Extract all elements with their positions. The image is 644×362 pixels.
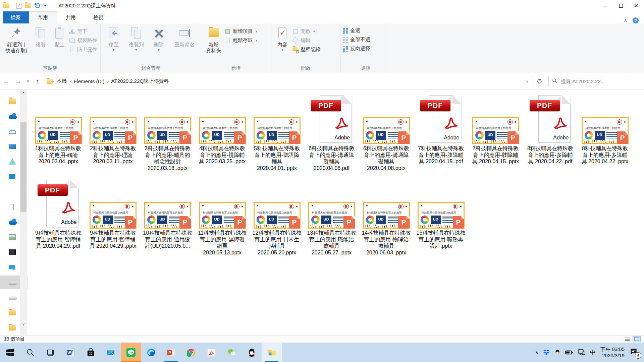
battery-tray-icon[interactable] [565, 350, 573, 355]
select-all-button[interactable]: 全選 [343, 27, 370, 34]
ime-language-indicator[interactable]: 中 [590, 349, 596, 356]
action-center-icon[interactable]: 4 [629, 347, 639, 357]
new-folder-button[interactable]: 新增 資料夾 [203, 25, 224, 62]
minimize-button[interactable]: ─ [598, 0, 613, 11]
properties-button[interactable]: 內容▼ [273, 25, 292, 62]
file-item[interactable]: 科技輔具在特殊教育上的應用 UD P Adobe PDF 6科技輔具在特殊教育上… [359, 93, 414, 178]
taskbar-clock[interactable]: 下午 03:05 2020/3/19 [600, 346, 625, 359]
qat-dropdown-icon[interactable]: ▼ [44, 4, 47, 7]
file-item[interactable]: 科技輔具在特殊教育上的應用 UD P Adobe PDF 13科技輔具在特殊教育… [304, 178, 359, 262]
copy-button[interactable]: 複製 [31, 25, 50, 62]
display-tray-icon[interactable] [578, 349, 585, 355]
file-item[interactable]: 科技輔具在特殊教育上的應用 UD P Adobe PDF 8科技輔具在特殊教育上… [578, 93, 632, 178]
easy-access-button[interactable]: 輕鬆存取▼ [225, 37, 258, 44]
file-item[interactable]: 科技輔具在特殊教育上的應用 UD P Adobe PDF 7科技輔具在特殊教育上… [468, 93, 523, 178]
word-taskbar-button[interactable]: W [60, 343, 80, 362]
paste-button[interactable]: 貼上 [51, 25, 68, 62]
history-button[interactable]: 歷程記錄 [292, 46, 321, 53]
file-item[interactable]: 科技輔具在特殊教育上的應用 UD P Adobe PDF 11科技輔具在特殊教育… [195, 178, 250, 262]
breadcrumb-drive[interactable]: Elements (D:) [71, 78, 107, 84]
qq-taskbar-button[interactable] [241, 343, 262, 362]
mail-taskbar-button[interactable] [101, 343, 121, 362]
details-view-button[interactable] [623, 336, 631, 342]
undo-icon[interactable] [34, 2, 40, 9]
invert-selection-button[interactable]: 反向選擇 [343, 46, 370, 52]
file-item[interactable]: 科技輔具在特殊教育上的應用 UD P Adobe PDF 3科技輔具在特殊教育上… [140, 93, 195, 178]
copy-path-button[interactable]: 複製路徑 [69, 37, 97, 44]
file-name-label: 9科技輔具在特殊教育上的應用-智障輔具 2020.04.29..pptx [89, 230, 138, 249]
file-item[interactable]: 科技輔具在特殊教育上的應用 UD P Adobe PDF 1科技輔具在特殊教育上… [31, 93, 86, 178]
scroll-up-icon[interactable]: ∧ [20, 90, 27, 96]
file-item[interactable]: 科技輔具在特殊教育上的應用 UD P Adobe PDF 8科技輔具在特殊教育上… [523, 93, 578, 178]
maximize-button[interactable] [613, 0, 629, 11]
dropbox-tray-icon[interactable] [543, 349, 550, 356]
file-item[interactable]: 科技輔具在特殊教育上的應用 UD P Adobe PDF 12科技輔具在特殊教育… [250, 178, 304, 262]
help-icon[interactable]: ? [633, 17, 639, 23]
cut-button[interactable]: 剪下 [69, 28, 97, 35]
taskview-taskbar-button[interactable] [40, 343, 60, 362]
new-folder-qat-icon[interactable] [25, 3, 31, 8]
move-to-button[interactable]: 移至▼ [103, 25, 124, 62]
wechat-taskbar-button[interactable] [221, 343, 241, 362]
search-taskbar-button[interactable] [20, 343, 40, 362]
acrobat-taskbar-button[interactable] [201, 343, 221, 362]
file-item[interactable]: 科技輔具在特殊教育上的應用 UD P Adobe PDF 5科技輔具在特殊教育上… [250, 93, 304, 178]
qq-tray-icon[interactable] [554, 349, 560, 356]
large-icons-view-button[interactable] [633, 336, 641, 342]
close-button[interactable]: × [629, 0, 644, 11]
tab-home[interactable]: 常用 [29, 11, 57, 23]
hidden-icons-chevron-icon[interactable]: ∧ [535, 350, 539, 355]
pin-to-quick-access-button[interactable]: 釘選到 [ 快速存取] [2, 25, 30, 62]
tab-file[interactable]: 檔案 [3, 11, 29, 23]
tab-share[interactable]: 共用 [57, 11, 85, 23]
explorer-taskbar-button[interactable] [262, 343, 282, 362]
file-item[interactable]: 科技輔具在特殊教育上的應用 UD P Adobe PDF 2科技輔具在特殊教育上… [86, 93, 140, 178]
navigation-scrollbar[interactable]: ∧∨ [20, 90, 27, 335]
edit-button[interactable]: 編輯 [292, 37, 321, 44]
forward-button[interactable]: → [12, 76, 24, 87]
start-taskbar-button[interactable] [0, 343, 20, 362]
collapse-ribbon-icon[interactable]: ∧ [624, 18, 627, 23]
delete-button[interactable]: 刪除▼ [148, 25, 170, 62]
back-button[interactable]: ← [0, 76, 12, 87]
file-item[interactable]: 科技輔具在特殊教育上的應用 UD P Adobe PDF 6科技輔具在特殊教育上… [304, 93, 359, 178]
store-taskbar-button[interactable] [80, 343, 101, 362]
search-input[interactable] [561, 78, 618, 84]
file-item[interactable]: 科技輔具在特殊教育上的應用 UD P Adobe PDF 10科技輔具在特殊教育… [140, 178, 195, 262]
chrome-taskbar-button[interactable] [181, 343, 201, 362]
scroll-down-icon[interactable]: ∨ [20, 321, 27, 327]
divider [13, 3, 13, 8]
file-item[interactable]: 科技輔具在特殊教育上的應用 UD P Adobe PDF 9科技輔具在特殊教育上… [86, 178, 140, 262]
breadcrumb-this-pc[interactable]: 本機 [54, 78, 69, 84]
properties-check-icon[interactable] [16, 3, 21, 9]
file-item[interactable]: 科技輔具在特殊教育上的應用 UD P Adobe PDF 7科技輔具在特殊教育上… [414, 93, 468, 178]
tab-view[interactable]: 檢視 [85, 11, 112, 23]
address-dropdown-icon[interactable]: ∨ [526, 79, 531, 83]
paste-shortcut-button[interactable]: 貼上捷徑 [69, 46, 97, 53]
file-item[interactable]: 科技輔具在特殊教育上的應用 UD P Adobe PDF 15科技輔具在特殊教育… [414, 178, 468, 262]
file-name-label: 14科技輔具在特殊教育上的應用-物理治療輔具 2020.06.03..pptx [362, 230, 411, 256]
title-bar: ▼ AT2020.2.22Q課上傳資料 ─ × [0, 0, 644, 11]
line-taskbar-button[interactable]: LINE [121, 343, 141, 362]
recent-locations-icon[interactable]: ∨ [24, 76, 32, 87]
select-none-button[interactable]: 全部不選 [343, 37, 370, 43]
edge-taskbar-button[interactable] [141, 343, 161, 362]
file-item[interactable]: 科技輔具在特殊教育上的應用 UD P Adobe PDF 4科技輔具在特殊教育上… [195, 93, 250, 178]
rename-button[interactable]: 重新命名 [170, 25, 199, 62]
navigation-pane[interactable]: ∧∨ [0, 90, 28, 335]
open-button[interactable]: 開啟▼ [292, 28, 321, 35]
pushpin-icon [10, 27, 22, 40]
search-box[interactable] [548, 76, 626, 87]
refresh-icon[interactable] [533, 76, 546, 87]
powerpoint-taskbar-button[interactable]: P [161, 343, 181, 362]
powerpoint-badge-icon: P [70, 131, 82, 144]
up-button[interactable]: ↑ [32, 76, 44, 87]
universal-design-logo-icon: UD [157, 131, 167, 140]
file-item[interactable]: 科技輔具在特殊教育上的應用 UD P Adobe PDF 9科技輔具在特殊教育上… [31, 178, 86, 262]
copy-to-button[interactable]: 複製到▼ [125, 25, 147, 62]
breadcrumb-current-folder[interactable]: AT2020.2.22Q課上傳資料 [109, 78, 171, 84]
scrollbar-thumb[interactable] [20, 122, 26, 212]
file-item[interactable]: 科技輔具在特殊教育上的應用 UD P Adobe PDF 14科技輔具在特殊教育… [359, 178, 414, 262]
new-item-button[interactable]: 新增項目▼ [225, 28, 258, 35]
address-box[interactable]: › 本機 › Elements (D:) › AT2020.2.22Q課上傳資料… [45, 76, 533, 87]
